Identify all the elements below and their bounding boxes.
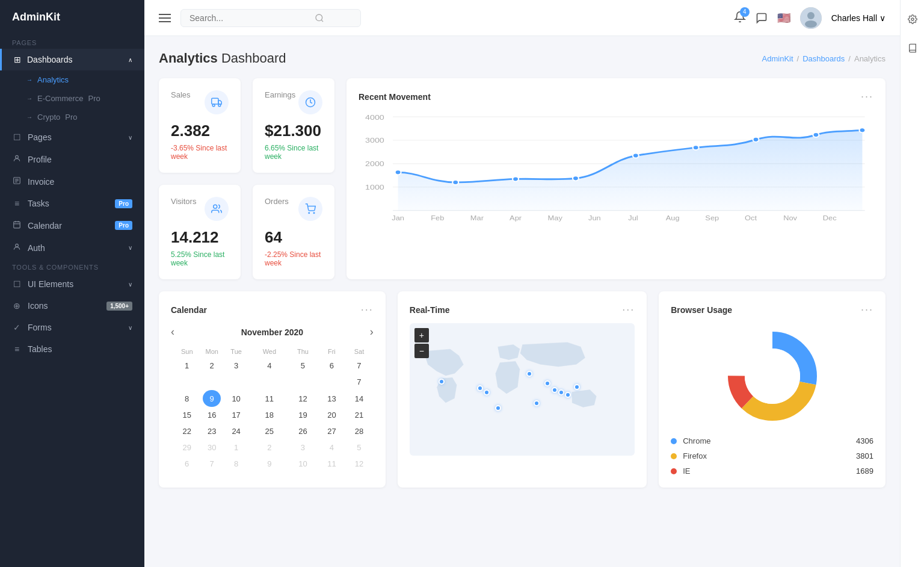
sidebar-item-tasks[interactable]: ≡ Tasks Pro: [0, 193, 144, 214]
sidebar-item-analytics[interactable]: → Analytics: [0, 70, 144, 89]
notification-button[interactable]: 4: [734, 11, 746, 25]
calendar-day[interactable]: 3: [287, 439, 318, 456]
right-book-icon[interactable]: [903, 39, 922, 58]
calendar-day[interactable]: [251, 374, 287, 390]
calendar-day[interactable]: [287, 374, 318, 390]
sidebar-item-dashboards[interactable]: ⊞ Dashboards ∧: [0, 49, 144, 70]
calendar-day[interactable]: 12: [345, 456, 374, 472]
calendar-day[interactable]: 3: [221, 358, 251, 374]
chart-menu-button[interactable]: ···: [861, 90, 873, 103]
calendar-day[interactable]: 14: [345, 390, 374, 407]
svg-point-56: [745, 349, 800, 404]
language-flag[interactable]: 🇺🇸: [777, 11, 790, 25]
calendar-day[interactable]: 13: [319, 390, 345, 407]
page-header: Analytics Dashboard AdminKit / Dashboard…: [159, 51, 886, 66]
calendar-day[interactable]: 9: [251, 456, 287, 472]
ie-name: IE: [683, 466, 850, 476]
ui-chevron: ∨: [128, 281, 132, 288]
calendar-day[interactable]: 7: [345, 358, 374, 374]
calendar-day[interactable]: 22: [171, 423, 203, 439]
calendar-day[interactable]: 26: [287, 423, 318, 439]
hamburger-menu[interactable]: [159, 14, 171, 22]
sidebar-item-ecommerce[interactable]: → E-Commerce Pro: [0, 89, 144, 108]
svg-text:Aug: Aug: [666, 215, 680, 222]
stat-visitors-change: 5.25% Since last week: [171, 250, 229, 267]
breadcrumb-adminkit[interactable]: AdminKit: [762, 54, 793, 63]
sidebar-item-tables[interactable]: ≡ Tables: [0, 338, 144, 360]
calendar-day[interactable]: 4: [319, 439, 345, 456]
calendar-day[interactable]: 25: [251, 423, 287, 439]
map-zoom-in-button[interactable]: +: [414, 328, 429, 342]
header-right: 4 🇺🇸 Charles Hall ∨: [734, 7, 886, 29]
calendar-next-button[interactable]: ›: [370, 326, 374, 338]
stat-card-visitors: Visitors 14.212 5.25% Since last week: [159, 185, 241, 279]
sidebar-item-profile[interactable]: Profile: [0, 148, 144, 170]
calendar-day[interactable]: [203, 374, 220, 390]
calendar-day[interactable]: 19: [287, 407, 318, 423]
calendar-day[interactable]: 21: [345, 407, 374, 423]
calendar-day[interactable]: 23: [203, 423, 220, 439]
calendar-day[interactable]: 11: [251, 390, 287, 407]
calendar-day[interactable]: 2: [203, 358, 220, 374]
calendar-day[interactable]: 1: [221, 439, 251, 456]
map-zoom-out-button[interactable]: −: [414, 344, 429, 358]
calendar-day[interactable]: 29: [171, 439, 203, 456]
calendar-day[interactable]: 9: [203, 390, 220, 407]
calendar-day[interactable]: 16: [203, 407, 220, 423]
sidebar-item-crypto[interactable]: → Crypto Pro: [0, 108, 144, 126]
right-settings-icon[interactable]: [903, 10, 922, 29]
calendar-day[interactable]: 6: [171, 456, 203, 472]
line-chart-svg: 4000 3000 2000 1000: [359, 110, 873, 231]
realtime-menu-button[interactable]: ···: [622, 303, 635, 316]
calendar-day[interactable]: 27: [319, 423, 345, 439]
calendar-day[interactable]: 15: [171, 407, 203, 423]
breadcrumb-dashboards[interactable]: Dashboards: [802, 54, 845, 63]
calendar-day[interactable]: 20: [319, 407, 345, 423]
calendar-day[interactable]: 2: [251, 439, 287, 456]
calendar-day[interactable]: 7: [203, 456, 220, 472]
svg-point-10: [316, 14, 322, 21]
sidebar-item-pages[interactable]: ☐ Pages ∨: [0, 126, 144, 148]
calendar-day[interactable]: 12: [287, 390, 318, 407]
sidebar-item-auth[interactable]: Auth ∨: [0, 237, 144, 259]
calendar-menu-button[interactable]: ···: [361, 303, 374, 316]
calendar-day[interactable]: 5: [287, 358, 318, 374]
sidebar-item-icons[interactable]: ⊕ Icons 1,500+: [0, 295, 144, 317]
messages-button[interactable]: [756, 12, 768, 24]
sidebar-item-calendar[interactable]: Calendar Pro: [0, 214, 144, 237]
svg-point-22: [313, 212, 315, 214]
calendar-day[interactable]: 4: [251, 358, 287, 374]
calendar-day[interactable]: 10: [287, 456, 318, 472]
calendar-day[interactable]: 24: [221, 423, 251, 439]
calendar-day[interactable]: 1: [171, 358, 203, 374]
calendar-month-year: November 2020: [241, 327, 304, 337]
search-bar[interactable]: [180, 9, 361, 27]
calendar-day[interactable]: 18: [251, 407, 287, 423]
calendar-day[interactable]: 7: [345, 374, 374, 390]
calendar-day[interactable]: 28: [345, 423, 374, 439]
calendar-day[interactable]: 6: [319, 358, 345, 374]
forms-icon: ✓: [12, 323, 22, 332]
stats-sub-left: Sales 2.382 -3.65% Since last week Earni…: [159, 78, 334, 279]
calendar-prev-button[interactable]: ‹: [171, 326, 174, 338]
sidebar-item-forms[interactable]: ✓ Forms ∨: [0, 317, 144, 338]
search-input[interactable]: [189, 13, 310, 23]
chrome-name: Chrome: [683, 436, 850, 445]
calendar-day[interactable]: 8: [171, 390, 203, 407]
browser-menu-button[interactable]: ···: [861, 303, 873, 316]
sidebar-item-ui-elements[interactable]: ☐ UI Elements ∨: [0, 273, 144, 295]
calendar-day[interactable]: 10: [221, 390, 251, 407]
calendar-day[interactable]: [171, 374, 203, 390]
calendar-day[interactable]: 30: [203, 439, 220, 456]
calendar-day[interactable]: 11: [319, 456, 345, 472]
calendar-day[interactable]: 17: [221, 407, 251, 423]
calendar-day[interactable]: 8: [221, 456, 251, 472]
app-logo: AdminKit: [0, 0, 144, 34]
firefox-count: 3801: [856, 451, 873, 460]
calendar-day[interactable]: [319, 374, 345, 390]
svg-point-32: [395, 170, 401, 175]
user-name-button[interactable]: Charles Hall ∨: [831, 13, 886, 23]
sidebar-item-invoice[interactable]: Invoice: [0, 170, 144, 193]
calendar-day[interactable]: [221, 374, 251, 390]
calendar-day[interactable]: 5: [345, 439, 374, 456]
